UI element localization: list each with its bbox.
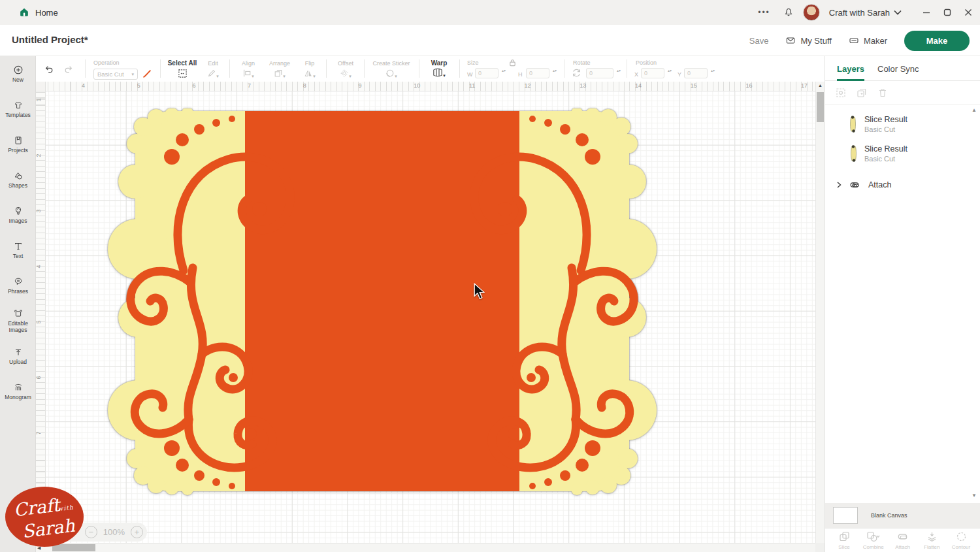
layer-item-slice-result-1[interactable]: Slice Result Basic Cut bbox=[825, 110, 973, 138]
ruler-top: 4567891011121314151617 bbox=[46, 82, 815, 91]
sidebar-item-shapes[interactable]: Shapes bbox=[0, 162, 36, 197]
create-sticker-button[interactable]: Create Sticker ▾ bbox=[369, 59, 414, 79]
overflow-menu-icon[interactable]: ••• bbox=[758, 8, 770, 17]
operation-dropdown[interactable]: Basic Cut ▾ bbox=[93, 69, 138, 80]
position-y-input[interactable] bbox=[684, 68, 708, 78]
sidebar-item-phrases[interactable]: Phrases bbox=[0, 268, 36, 303]
layer-operation: Basic Cut bbox=[864, 125, 907, 133]
ruler-tick-label: 13 bbox=[580, 82, 586, 89]
sidebar-item-monogram[interactable]: Monogram bbox=[0, 374, 36, 409]
save-button[interactable]: Save bbox=[749, 36, 769, 46]
blank-canvas-row[interactable]: Blank Canvas bbox=[825, 503, 980, 528]
my-stuff-button[interactable]: My Stuff bbox=[785, 35, 831, 46]
panel-scroll-down-icon[interactable]: ▼ bbox=[972, 493, 977, 498]
warp-button[interactable]: Warp ▾ bbox=[425, 59, 453, 78]
sidebar-label: Monogram bbox=[5, 395, 31, 401]
sidebar-item-templates[interactable]: Templates bbox=[0, 91, 36, 127]
combine-button[interactable]: Combine bbox=[860, 531, 887, 550]
account-menu[interactable]: Craft with Sarah bbox=[829, 8, 902, 18]
size-height-stepper[interactable]: ▴▾ bbox=[553, 69, 557, 73]
maker-machine-icon bbox=[849, 35, 859, 46]
maker-machine-button[interactable]: Maker bbox=[849, 35, 887, 46]
rotate-stepper[interactable]: ▴▾ bbox=[617, 69, 621, 73]
zoom-out-button[interactable]: − bbox=[85, 526, 97, 538]
chevron-down-icon: ▾ bbox=[131, 72, 134, 77]
align-label: Align bbox=[242, 60, 255, 67]
group-layers-icon[interactable] bbox=[836, 88, 846, 98]
position-y-stepper[interactable]: ▴▾ bbox=[711, 69, 715, 73]
ruler-tick-label: 2 bbox=[36, 154, 42, 157]
layer-item-slice-result-2[interactable]: Slice Result Basic Cut bbox=[825, 139, 973, 168]
duplicate-layer-icon[interactable] bbox=[857, 88, 867, 98]
make-button[interactable]: Make bbox=[904, 31, 970, 51]
select-all-button[interactable]: Select All bbox=[165, 59, 199, 80]
mouse-cursor bbox=[472, 283, 487, 300]
ruler-tick-label: 7 bbox=[248, 82, 251, 89]
sidebar-item-projects[interactable]: Projects bbox=[0, 127, 36, 162]
vertical-scrollbar[interactable]: ▲ bbox=[815, 82, 825, 543]
edit-button[interactable]: Edit ▾ bbox=[202, 59, 224, 79]
close-button[interactable] bbox=[964, 8, 972, 16]
sidebar-item-new[interactable]: New bbox=[0, 56, 36, 91]
size-lock-icon[interactable] bbox=[509, 59, 516, 67]
chevron-right-icon[interactable] bbox=[836, 182, 842, 188]
ruler-tick-label: 10 bbox=[414, 82, 420, 89]
combine-icon bbox=[866, 531, 881, 542]
ruler-tick-label: 5 bbox=[137, 82, 140, 89]
tab-layers[interactable]: Layers bbox=[837, 56, 864, 81]
undo-button[interactable] bbox=[44, 64, 54, 74]
attach-button[interactable]: Attach bbox=[889, 531, 917, 550]
contour-icon bbox=[956, 531, 967, 542]
arrange-label: Arrange bbox=[269, 60, 290, 67]
size-width-input[interactable] bbox=[475, 68, 498, 78]
layer-group-attach[interactable]: Attach bbox=[825, 174, 973, 196]
size-height-input[interactable] bbox=[526, 68, 549, 78]
operation-value: Basic Cut bbox=[97, 71, 124, 78]
sidebar-item-editable-images[interactable]: Editable Images bbox=[0, 303, 36, 338]
minimize-button[interactable] bbox=[923, 8, 930, 16]
flatten-button[interactable]: Flatten bbox=[918, 531, 945, 550]
flip-button[interactable]: Flip ▾ bbox=[299, 59, 321, 79]
layer-thumbnail bbox=[849, 144, 858, 163]
size-h-label: H bbox=[518, 71, 523, 78]
delete-layer-icon[interactable] bbox=[877, 88, 888, 98]
position-x-input[interactable] bbox=[641, 68, 664, 78]
tab-home[interactable]: Home bbox=[7, 0, 70, 25]
slice-button[interactable]: Slice bbox=[830, 531, 858, 550]
maximize-button[interactable] bbox=[943, 8, 951, 16]
panel-scroll-up-icon[interactable]: ▲ bbox=[972, 107, 977, 113]
avatar[interactable] bbox=[803, 4, 820, 21]
arrange-button[interactable]: Arrange ▾ bbox=[265, 59, 295, 79]
blank-canvas-swatch[interactable] bbox=[833, 507, 858, 524]
ruler-tick-label: 14 bbox=[635, 82, 642, 89]
position-label: Position bbox=[636, 59, 657, 66]
align-button[interactable]: Align ▾ bbox=[236, 59, 261, 79]
ruler-tick-label: 12 bbox=[525, 82, 531, 89]
position-x-stepper[interactable]: ▴▾ bbox=[668, 69, 672, 73]
select-all-icon bbox=[178, 69, 188, 78]
horizontal-scrollbar[interactable]: ◀ bbox=[36, 543, 815, 552]
size-width-stepper[interactable]: ▴▾ bbox=[502, 69, 506, 73]
notifications-bell-icon[interactable] bbox=[783, 7, 794, 18]
sidebar-item-images[interactable]: Images bbox=[0, 197, 36, 233]
offset-button[interactable]: Offset ▾ bbox=[331, 59, 360, 79]
sidebar-item-upload[interactable]: Upload bbox=[0, 338, 36, 374]
sidebar-item-text[interactable]: Text bbox=[0, 233, 36, 268]
operation-color-swatch[interactable] bbox=[142, 69, 152, 79]
combine-label: Combine bbox=[863, 544, 884, 550]
attach-icon bbox=[896, 531, 909, 542]
operation-label: Operation bbox=[93, 59, 120, 66]
vertical-scrollbar-thumb[interactable] bbox=[817, 92, 824, 122]
arrange-icon bbox=[274, 69, 283, 78]
rotate-input[interactable] bbox=[586, 68, 613, 78]
zoom-in-button[interactable]: + bbox=[131, 526, 143, 538]
create-sticker-icon bbox=[385, 69, 395, 78]
design-artwork[interactable] bbox=[108, 108, 657, 496]
contour-button[interactable]: Contour bbox=[947, 531, 975, 550]
ruler-tick-label: 15 bbox=[691, 82, 697, 89]
sidebar-label: Upload bbox=[9, 359, 27, 366]
tab-color-sync[interactable]: Color Sync bbox=[877, 56, 919, 81]
scroll-up-arrow-icon[interactable]: ▲ bbox=[818, 83, 823, 88]
redo-button[interactable] bbox=[63, 64, 74, 74]
ruler-corner bbox=[36, 82, 46, 91]
